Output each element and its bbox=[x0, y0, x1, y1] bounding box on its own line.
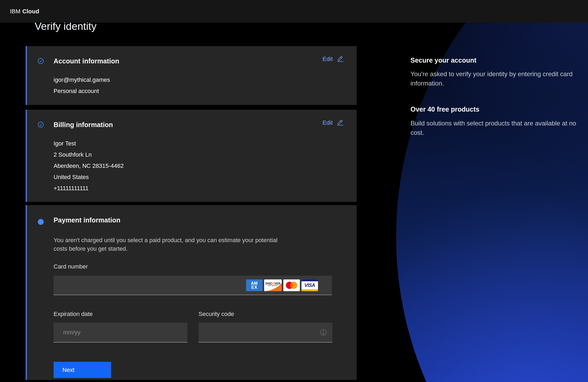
payment-description-line2: costs before you get started. bbox=[54, 245, 128, 253]
payment-description-line1: You aren't charged until you select a pa… bbox=[54, 236, 277, 245]
edit-pencil-icon bbox=[337, 119, 344, 126]
accepted-card-brands: AM EX DISCOVER NETWORK bbox=[246, 279, 318, 291]
free-products-text-line1: Build solutions with select products tha… bbox=[410, 119, 576, 128]
payment-information-card: Payment information You aren't charged u… bbox=[26, 205, 357, 380]
secure-account-text-line2: information. bbox=[410, 79, 444, 88]
secure-account-heading: Secure your account bbox=[410, 56, 476, 64]
account-type: Personal account bbox=[54, 88, 99, 95]
account-information-card: Account information Edit igor@mythical.g… bbox=[26, 46, 357, 105]
visa-card-icon: VISA bbox=[301, 279, 318, 291]
account-edit-button[interactable]: Edit bbox=[323, 56, 344, 63]
account-email: igor@mythical.games bbox=[54, 76, 110, 83]
visa-top-bar bbox=[301, 279, 318, 281]
billing-country: United States bbox=[54, 174, 89, 181]
billing-name: Igor Test bbox=[54, 140, 76, 147]
expiration-date-input[interactable] bbox=[54, 323, 187, 342]
billing-information-card: Billing information Edit Igor Test 2 Sou… bbox=[26, 110, 357, 202]
free-products-text-line2: cost. bbox=[410, 128, 424, 137]
page: IBM Cloud Verify identity Account inform… bbox=[0, 0, 588, 382]
info-icon[interactable] bbox=[320, 329, 327, 336]
current-step-dot-icon bbox=[38, 219, 44, 225]
security-code-input[interactable] bbox=[199, 323, 332, 342]
page-title: Verify identity bbox=[35, 23, 96, 32]
expiration-date-field-wrap bbox=[54, 323, 187, 343]
billing-city-state-zip: Aberdeen, NC 28315-4462 bbox=[54, 162, 124, 169]
amex-card-icon: AM EX bbox=[246, 279, 263, 291]
ibm-cloud-logo[interactable]: IBM Cloud bbox=[10, 0, 39, 23]
expiration-date-label: Expiration date bbox=[54, 311, 93, 318]
security-code-field-wrap bbox=[199, 323, 332, 343]
header-bar: IBM Cloud bbox=[0, 0, 588, 23]
card-number-label: Card number bbox=[54, 263, 88, 270]
logo-cloud: Cloud bbox=[22, 8, 39, 15]
billing-street: 2 Southfork Ln bbox=[54, 151, 92, 158]
logo-ibm: IBM bbox=[10, 8, 21, 15]
checkmark-circle-icon bbox=[38, 121, 44, 128]
free-products-heading: Over 40 free products bbox=[410, 105, 479, 113]
mastercard-card-icon bbox=[283, 279, 300, 291]
billing-information-title: Billing information bbox=[54, 121, 113, 129]
billing-edit-button[interactable]: Edit bbox=[323, 119, 344, 126]
card-number-field-wrap: AM EX DISCOVER NETWORK bbox=[54, 276, 332, 295]
edit-pencil-icon bbox=[337, 56, 344, 63]
secure-account-text-line1: You're asked to verify your identity by … bbox=[410, 69, 573, 79]
next-button[interactable]: Next bbox=[54, 362, 111, 378]
security-code-label: Security code bbox=[199, 311, 234, 318]
account-information-title: Account information bbox=[54, 57, 119, 65]
checkmark-circle-icon bbox=[38, 58, 44, 64]
payment-information-title: Payment information bbox=[54, 216, 120, 224]
billing-phone: +11111111111 bbox=[54, 185, 88, 192]
discover-card-icon: DISCOVER NETWORK bbox=[264, 279, 282, 291]
visa-bottom-bar bbox=[301, 289, 318, 291]
